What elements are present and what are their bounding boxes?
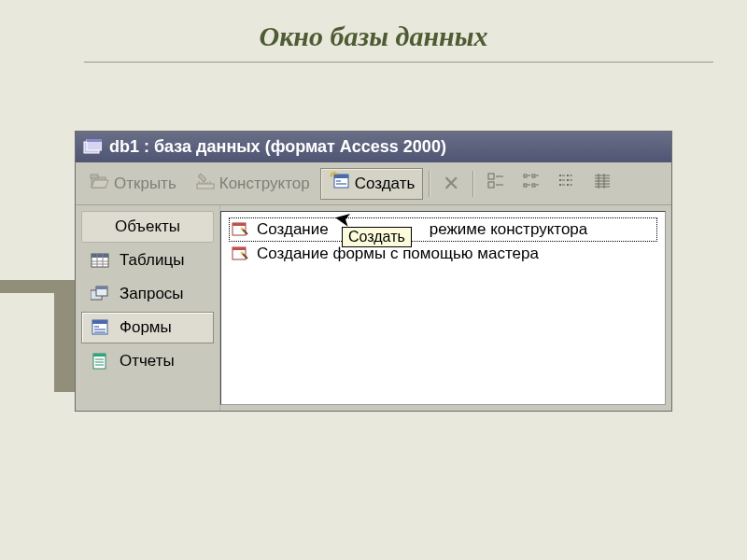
svg-rect-23 (559, 175, 561, 176)
window-title-text: db1 : база данных (формат Access 2000) (109, 137, 446, 157)
svg-rect-18 (532, 184, 535, 187)
svg-rect-54 (94, 329, 106, 330)
svg-rect-50 (96, 287, 107, 289)
designer-button[interactable]: Конструктор (187, 168, 318, 200)
title-rule (0, 62, 747, 63)
titlebar: db1 : база данных (формат Access 2000) (76, 132, 671, 162)
delete-button[interactable]: ✕ (435, 168, 467, 200)
svg-rect-65 (233, 247, 246, 250)
form-wizard-icon (231, 220, 249, 239)
toolbar: Открыть Конструктор Создать ✕ (76, 162, 671, 205)
svg-rect-15 (524, 175, 527, 177)
toolbar-separator (472, 171, 473, 197)
sidebar-item-label: Запросы (120, 285, 184, 303)
slide-title: Окно базы данных (0, 0, 747, 62)
tooltip: Создать (342, 227, 412, 247)
sidebar-item-label: Формы (120, 318, 172, 337)
list-item-text: Создание формы с помощью мастера (257, 245, 539, 263)
list-item-text-b: режиме конструктора (430, 220, 588, 239)
svg-rect-28 (567, 184, 569, 186)
list-item-create-wizard[interactable]: Создание формы с помощью мастера (229, 242, 657, 266)
svg-rect-55 (94, 331, 106, 333)
decorative-accent (0, 280, 75, 392)
svg-rect-17 (532, 175, 535, 177)
create-label: Создать (355, 175, 416, 193)
form-wizard-icon (231, 245, 249, 263)
sidebar-item-queries[interactable]: Запросы (81, 278, 214, 310)
objects-sidebar: Объекты Таблицы Запросы Формы (76, 205, 220, 411)
svg-rect-7 (334, 175, 348, 178)
sidebar-item-forms[interactable]: Формы (81, 312, 214, 343)
forms-icon (90, 318, 110, 337)
svg-rect-57 (93, 354, 106, 357)
svg-rect-43 (92, 254, 108, 258)
create-form-icon (329, 172, 351, 195)
queries-icon (90, 285, 110, 303)
svg-rect-4 (91, 175, 98, 178)
list-item-text-a: Создание (257, 220, 329, 239)
view-small-icons-button[interactable] (514, 168, 548, 200)
sidebar-item-label: Отчеты (120, 352, 175, 371)
open-button[interactable]: Открыть (81, 168, 185, 200)
svg-rect-53 (94, 326, 99, 328)
svg-rect-8 (336, 180, 341, 182)
svg-point-63 (241, 228, 244, 231)
database-window: db1 : база данных (формат Access 2000) О… (75, 131, 672, 412)
sidebar-item-tables[interactable]: Таблицы (81, 245, 214, 276)
list-icon (558, 173, 575, 194)
svg-rect-52 (92, 320, 107, 324)
designer-ruler-icon (195, 172, 216, 195)
open-folder-icon (90, 172, 110, 195)
sidebar-header: Объекты (81, 211, 214, 243)
svg-rect-24 (559, 179, 561, 181)
list-item-create-designer[interactable]: Создание режиме конструктора (229, 217, 657, 242)
create-button[interactable]: Создать (320, 168, 424, 200)
open-label: Открыть (114, 175, 176, 193)
large-icons-icon (487, 173, 504, 194)
svg-rect-5 (197, 184, 214, 189)
svg-rect-27 (567, 179, 569, 181)
svg-rect-11 (488, 174, 494, 179)
sidebar-item-label: Таблицы (120, 251, 184, 270)
view-list-button[interactable] (550, 168, 584, 200)
svg-rect-26 (567, 175, 569, 176)
details-icon (594, 173, 611, 194)
svg-rect-62 (233, 223, 246, 226)
svg-rect-2 (87, 139, 102, 142)
sidebar-item-reports[interactable]: Отчеты (81, 345, 214, 377)
svg-point-10 (330, 175, 332, 177)
view-large-icons-button[interactable] (479, 168, 513, 200)
designer-label: Конструктор (219, 175, 310, 193)
svg-point-66 (241, 252, 244, 255)
svg-rect-9 (336, 183, 346, 185)
svg-rect-25 (559, 184, 561, 186)
toolbar-separator (429, 171, 430, 197)
reports-icon (90, 352, 110, 371)
database-app-icon (83, 139, 102, 156)
tables-icon (90, 251, 110, 270)
svg-rect-16 (524, 184, 527, 187)
svg-rect-12 (488, 182, 494, 188)
content-pane: Создание режиме конструктора Создание фо… (220, 211, 666, 405)
small-icons-icon (523, 173, 540, 194)
view-details-button[interactable] (585, 168, 619, 200)
